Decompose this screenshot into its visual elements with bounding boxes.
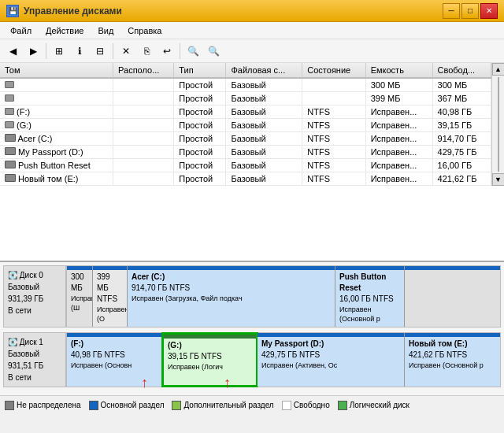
maximize-button[interactable]: □ bbox=[461, 3, 479, 19]
legend-primary: Основной раздел bbox=[89, 401, 165, 410]
partition-header bbox=[405, 266, 500, 270]
title-controls: ─ □ ✕ bbox=[443, 3, 498, 19]
cell-free: 367 МБ bbox=[432, 92, 491, 105]
legend-label-extended: Дополнительный раздел bbox=[183, 401, 273, 409]
disk-1-partitions: (F:) 40,98 ГБ NTFS Исправен (Основн (G:)… bbox=[66, 332, 501, 387]
table-row[interactable]: My Passport (D:) Простой Базовый NTFS Ис… bbox=[0, 146, 491, 159]
table-row[interactable]: (F:) Простой Базовый NTFS Исправен... 40… bbox=[0, 105, 491, 119]
disk-0-partition-1[interactable]: 399 МБ NTFS Исправен (О bbox=[93, 266, 128, 327]
table-row[interactable]: (G:) Простой Базовый NTFS Исправен... 39… bbox=[0, 119, 491, 132]
partition-header bbox=[128, 266, 335, 270]
cell-location bbox=[113, 132, 174, 146]
cell-fstype: Базовый bbox=[226, 92, 302, 105]
legend-box-extended bbox=[172, 401, 181, 410]
disk-0-size: 931,39 ГБ bbox=[8, 293, 61, 305]
toolbar-btn-search2[interactable]: 🔍 bbox=[204, 42, 223, 61]
partition-name: My Passport (D:) bbox=[261, 339, 400, 350]
cell-name: (G:) bbox=[0, 119, 113, 132]
partition-status: Исправен (Загрузка, Файл подкач bbox=[132, 294, 331, 304]
toolbar-btn-info[interactable]: ℹ bbox=[70, 42, 89, 61]
scroll-down-button[interactable]: ▼ bbox=[492, 173, 505, 186]
toolbar-btn-copy[interactable]: ⎘ bbox=[137, 42, 156, 61]
toolbar-btn-remove[interactable]: ⊟ bbox=[91, 42, 109, 61]
legend-box-primary bbox=[89, 401, 98, 410]
table-container: Том Располо... Тип Файловая с... Состоян… bbox=[0, 63, 491, 186]
table-with-scroll: Том Располо... Тип Файловая с... Состоян… bbox=[0, 63, 504, 186]
cell-location bbox=[113, 92, 174, 105]
legend-label-free: Свободно bbox=[294, 401, 330, 409]
partition-size: 39,15 ГБ NTFS bbox=[168, 351, 252, 362]
partition-size: 40,98 ГБ NTFS bbox=[71, 350, 158, 361]
window-title: Управление дисками bbox=[24, 6, 122, 17]
cell-capacity: 429,75 ГБ bbox=[432, 146, 491, 159]
menu-file[interactable]: Файл bbox=[3, 24, 39, 38]
disk-icon bbox=[5, 134, 16, 142]
disk-icon-small bbox=[5, 121, 14, 128]
partition-size: 300 МБ bbox=[71, 272, 88, 294]
partition-status: Исправен (Основной р bbox=[409, 361, 496, 371]
menu-view[interactable]: Вид bbox=[91, 24, 120, 38]
col-capacity: Емкость bbox=[365, 63, 432, 78]
table-row[interactable]: Новый том (E:) Простой Базовый NTFS Испр… bbox=[0, 172, 491, 186]
cell-status2: Исправен... bbox=[365, 159, 432, 172]
disk-icon bbox=[5, 174, 16, 182]
cell-status: NTFS bbox=[302, 172, 365, 186]
disk-icon-small bbox=[5, 108, 14, 115]
col-location: Располо... bbox=[113, 63, 174, 78]
menu-help[interactable]: Справка bbox=[120, 24, 169, 38]
toolbar-btn-search1[interactable]: 🔍 bbox=[183, 42, 202, 61]
cell-location bbox=[113, 146, 174, 159]
cell-type: Простой bbox=[174, 105, 226, 119]
cell-free: 300 МБ bbox=[432, 78, 491, 92]
cell-name: Acer (C:) bbox=[0, 132, 113, 146]
cell-status: NTFS bbox=[302, 132, 365, 146]
table-row[interactable]: Acer (C:) Простой Базовый NTFS Исправен.… bbox=[0, 132, 491, 146]
forward-button[interactable]: ▶ bbox=[24, 42, 43, 61]
disk-0-partition-pbr[interactable]: Push Button Reset 16,00 ГБ NTFS Исправен… bbox=[335, 266, 405, 327]
cell-type: Простой bbox=[174, 92, 226, 105]
disk-0-partition-0[interactable]: 300 МБ Исправен (Ш bbox=[67, 266, 93, 327]
partition-size: 399 МБ NTFS bbox=[97, 272, 123, 305]
disk-icon bbox=[5, 161, 16, 168]
toolbar-separator-1 bbox=[46, 43, 46, 59]
partition-header bbox=[405, 333, 500, 337]
cell-fstype: Базовый bbox=[226, 105, 302, 119]
cell-status: NTFS bbox=[302, 105, 365, 119]
table-row[interactable]: Push Button Reset Простой Базовый NTFS И… bbox=[0, 159, 491, 172]
cell-status: NTFS bbox=[302, 159, 365, 172]
disk-1-partition-e[interactable]: Новый том (E:) 421,62 ГБ NTFS Исправен (… bbox=[405, 333, 500, 387]
col-type: Тип bbox=[174, 63, 226, 78]
toolbar-btn-delete[interactable]: ✕ bbox=[117, 42, 135, 61]
scroll-thumb[interactable] bbox=[498, 77, 499, 172]
table-scrollbar[interactable]: ▲ ▼ bbox=[491, 63, 504, 186]
cell-status2: Исправен... bbox=[365, 172, 432, 186]
disk-0-partition-acer[interactable]: Acer (C:) 914,70 ГБ NTFS Исправен (Загру… bbox=[128, 266, 335, 327]
cell-fstype: Базовый bbox=[226, 78, 302, 92]
cell-location bbox=[113, 159, 174, 172]
minimize-button[interactable]: ─ bbox=[443, 3, 460, 19]
toolbar-btn-grid[interactable]: ⊞ bbox=[50, 42, 69, 61]
disk-1-partition-d[interactable]: My Passport (D:) 429,75 ГБ NTFS Исправен… bbox=[258, 333, 405, 387]
menu-action[interactable]: Действие bbox=[39, 24, 91, 38]
table-row[interactable]: Простой Базовый 300 МБ 300 МБ bbox=[0, 78, 491, 92]
toolbar-btn-undo[interactable]: ↩ bbox=[158, 42, 176, 61]
table-row[interactable]: Простой Базовый 399 МБ 367 МБ bbox=[0, 92, 491, 105]
partition-status: Исправен (Ш bbox=[71, 294, 88, 313]
col-status: Состояние bbox=[302, 63, 365, 78]
disk-1-container: 💽 Диск 1 Базовый 931,51 ГБ В сети (F:) 4… bbox=[3, 332, 501, 387]
col-free: Свобод... bbox=[432, 63, 491, 78]
toolbar: ◀ ▶ ⊞ ℹ ⊟ ✕ ⎘ ↩ 🔍 🔍 bbox=[0, 39, 504, 63]
table-body: Простой Базовый 300 МБ 300 МБ Простой Ба… bbox=[0, 78, 491, 186]
toolbar-separator-2 bbox=[113, 43, 113, 59]
legend-logical: Логический диск bbox=[338, 401, 410, 410]
disk-1-partition-g[interactable]: (G:) 39,15 ГБ NTFS Исправен (Логич bbox=[162, 333, 258, 387]
cell-capacity: 914,70 ГБ bbox=[432, 132, 491, 146]
close-button[interactable]: ✕ bbox=[480, 3, 498, 19]
back-button[interactable]: ◀ bbox=[3, 42, 22, 61]
disk-1-status: В сети bbox=[8, 372, 61, 383]
disk-icon-small bbox=[5, 81, 14, 88]
scroll-up-button[interactable]: ▲ bbox=[492, 63, 505, 76]
disk-0-partition-free[interactable] bbox=[405, 266, 500, 327]
disk-0-partitions: 300 МБ Исправен (Ш 399 МБ NTFS Исправен … bbox=[66, 265, 501, 328]
disk-table: Том Располо... Тип Файловая с... Состоян… bbox=[0, 63, 491, 186]
